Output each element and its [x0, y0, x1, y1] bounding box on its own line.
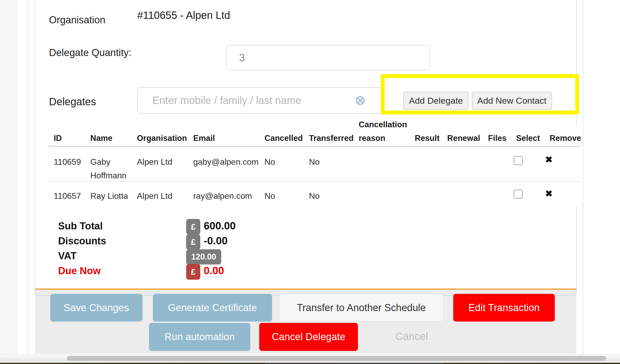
run-automation-button[interactable]: Run automation — [149, 323, 250, 351]
save-changes-button[interactable]: Save Changes — [50, 294, 142, 322]
col-header-cancelled: Cancelled — [264, 131, 303, 145]
cell-email: ray@alpen.com — [193, 189, 252, 203]
quantity-label: Delegate Quantity: — [49, 47, 131, 58]
outer-panel-right-border — [583, 0, 583, 354]
cell-organisation: Alpen Ltd — [137, 189, 172, 203]
sub-total-label: Sub Total — [58, 220, 103, 232]
remove-icon[interactable]: ✖ — [545, 155, 553, 164]
background-window-edge — [264, 363, 444, 364]
cancel-delegate-button[interactable]: Cancel Delegate — [259, 323, 358, 351]
left-gutter — [0, 0, 18, 354]
cell-name: Ray Liotta — [90, 189, 137, 203]
delegates-label: Delegates — [49, 96, 96, 108]
cell-id: 110659 — [54, 155, 81, 169]
cell-transferred: No — [309, 155, 320, 169]
transfer-schedule-button[interactable]: Transfer to Another Schedule — [279, 294, 443, 322]
sub-total-value: 600.00 — [204, 220, 236, 232]
col-header-remove: Remove — [550, 131, 581, 145]
organisation-value: #110655 - Alpen Ltd — [137, 9, 230, 21]
col-header-cancellation-reason: Cancellation reason — [359, 118, 415, 145]
discounts-label: Discounts — [58, 235, 106, 247]
col-header-transferred: Transferred — [309, 131, 354, 145]
col-header-id: ID — [54, 131, 62, 145]
quantity-input[interactable] — [226, 45, 430, 70]
edit-transaction-button[interactable]: Edit Transaction — [453, 294, 555, 322]
discounts-value: -0.00 — [204, 235, 228, 247]
col-header-renewal: Renewal — [447, 131, 480, 145]
col-header-name: Name — [90, 131, 112, 145]
app-screen: Organisation #110655 - Alpen Ltd Delegat… — [0, 0, 620, 364]
horizontal-scrollbar-thumb[interactable] — [67, 356, 606, 361]
cell-email: gaby@alpen.com — [193, 155, 259, 169]
footer-divider — [35, 289, 576, 290]
pound-badge: £ — [186, 234, 200, 250]
due-now-value: 0.00 — [204, 265, 224, 277]
cell-organisation: Alpen Ltd — [137, 155, 172, 169]
outer-panel-left-border — [28, 0, 28, 354]
col-header-result: Result — [415, 131, 440, 145]
col-header-email: Email — [193, 131, 215, 145]
due-now-label: Due Now — [58, 265, 101, 277]
row-divider — [48, 181, 580, 182]
vat-badge: 120.00 — [186, 249, 221, 264]
cell-name: Gaby Hoffmann — [90, 155, 134, 182]
col-header-organisation: Organisation — [137, 131, 187, 145]
col-header-select: Select — [516, 131, 540, 145]
add-delegate-button[interactable]: Add Delegate — [403, 92, 469, 110]
select-checkbox[interactable] — [514, 156, 523, 165]
select-checkbox[interactable] — [514, 190, 523, 198]
generate-certificate-button[interactable]: Generate Certificate — [153, 294, 272, 322]
pound-badge: £ — [186, 264, 200, 280]
organisation-label: Organisation — [49, 14, 105, 26]
cell-cancelled: No — [264, 155, 275, 169]
clear-search-icon[interactable] — [356, 96, 365, 105]
header-divider — [48, 146, 580, 147]
col-header-files: Files — [488, 131, 507, 145]
delegate-search-input[interactable] — [137, 87, 383, 114]
cell-transferred: No — [309, 189, 320, 203]
cell-id: 110657 — [54, 189, 81, 203]
remove-icon[interactable]: ✖ — [545, 189, 553, 198]
cell-cancelled: No — [264, 189, 275, 203]
pound-badge: £ — [186, 219, 200, 235]
add-new-contact-button[interactable]: Add New Contact — [472, 92, 552, 110]
vat-label: VAT — [58, 250, 76, 262]
cancel-button[interactable]: Cancel — [395, 330, 428, 342]
